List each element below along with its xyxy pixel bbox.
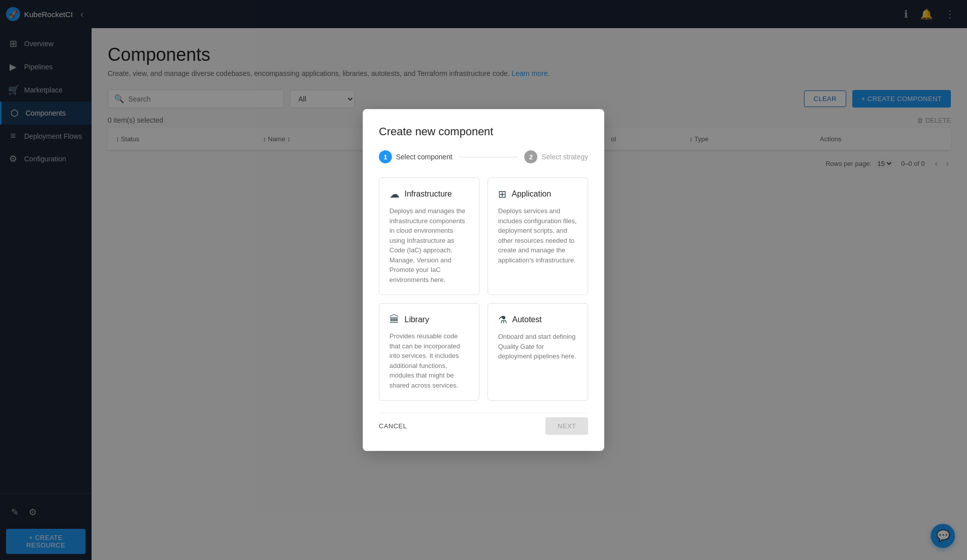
- step-1-circle: 1: [379, 150, 392, 163]
- card-library[interactable]: 🏛 Library Provides reusable code that ca…: [379, 303, 479, 401]
- application-card-desc: Deploys services and includes configurat…: [498, 206, 578, 265]
- step-2-label: Select strategy: [541, 153, 588, 161]
- step-2: 2 Select strategy: [524, 150, 588, 163]
- component-cards-grid: ☁ Infrastructure Deploys and manages the…: [379, 177, 588, 401]
- card-autotest-header: ⚗ Autotest: [498, 314, 578, 326]
- card-library-header: 🏛 Library: [389, 314, 469, 325]
- next-button[interactable]: NEXT: [545, 417, 588, 435]
- library-card-desc: Provides reusable code that can be incor…: [389, 331, 469, 390]
- card-application-header: ⊞ Application: [498, 188, 578, 200]
- autotest-card-title: Autotest: [512, 315, 542, 324]
- step-connector: [458, 157, 518, 157]
- card-application[interactable]: ⊞ Application Deploys services and inclu…: [488, 177, 588, 295]
- card-autotest[interactable]: ⚗ Autotest Onboard and start defining Qu…: [488, 303, 588, 401]
- modal-footer: CANCEL NEXT: [379, 413, 588, 435]
- autotest-card-desc: Onboard and start defining Quality Gate …: [498, 332, 578, 361]
- cancel-button[interactable]: CANCEL: [379, 418, 407, 434]
- library-card-icon: 🏛: [389, 314, 399, 325]
- application-card-icon: ⊞: [498, 188, 507, 200]
- step-2-circle: 2: [524, 150, 537, 163]
- infrastructure-card-icon: ☁: [389, 188, 399, 200]
- step-1-label: Select component: [396, 153, 452, 161]
- infrastructure-card-title: Infrastructure: [405, 190, 452, 199]
- card-infrastructure[interactable]: ☁ Infrastructure Deploys and manages the…: [379, 177, 479, 295]
- card-infrastructure-header: ☁ Infrastructure: [389, 188, 469, 200]
- modal-overlay[interactable]: Create new component 1 Select component …: [0, 0, 967, 560]
- create-component-modal: Create new component 1 Select component …: [363, 109, 604, 451]
- library-card-title: Library: [405, 315, 429, 324]
- application-card-title: Application: [512, 190, 551, 199]
- modal-title: Create new component: [379, 125, 588, 138]
- stepper: 1 Select component 2 Select strategy: [379, 150, 588, 163]
- step-1: 1 Select component: [379, 150, 452, 163]
- infrastructure-card-desc: Deploys and manages the infrastructure c…: [389, 206, 469, 285]
- autotest-card-icon: ⚗: [498, 314, 507, 326]
